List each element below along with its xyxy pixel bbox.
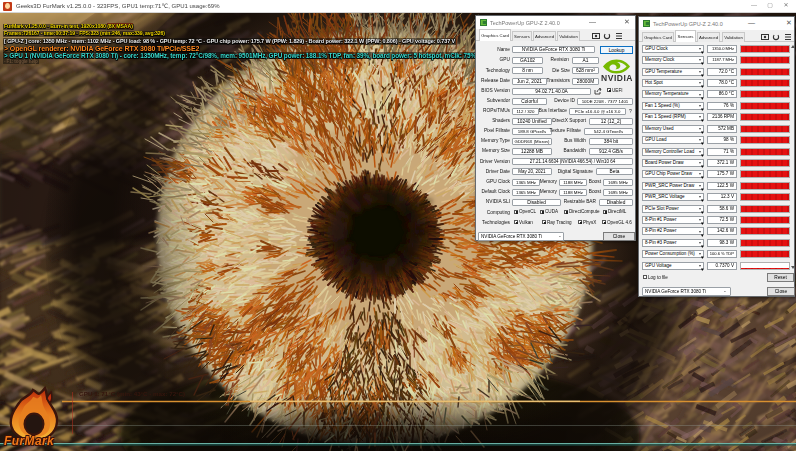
svg-text:NVIDIA: NVIDIA bbox=[601, 73, 633, 83]
